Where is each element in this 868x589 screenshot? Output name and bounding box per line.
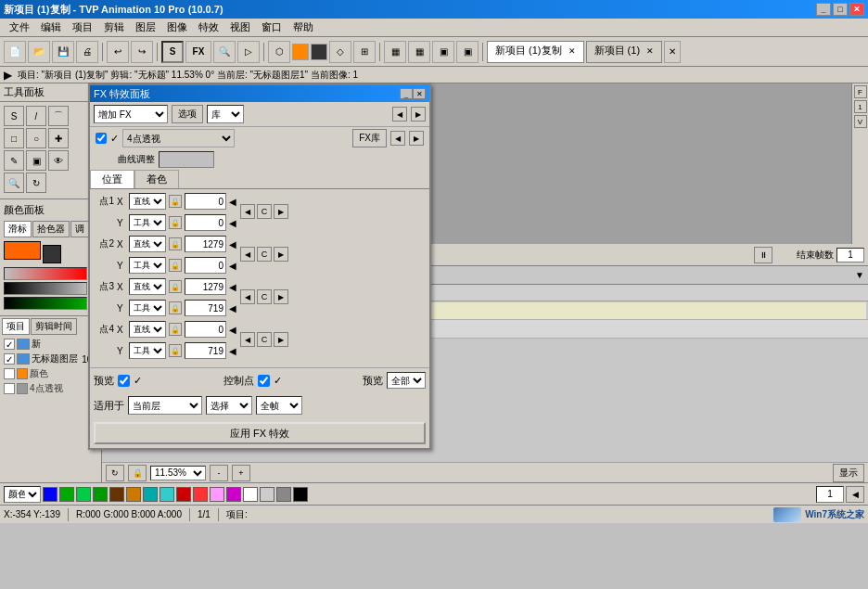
swatch-purple[interactable] — [226, 487, 241, 502]
layer-check-2[interactable]: ✓ — [4, 353, 15, 365]
color-btn2[interactable] — [311, 44, 327, 60]
p4-x-lock[interactable]: 🔒 — [169, 323, 182, 336]
p1-y-arrow[interactable]: ◀ — [229, 218, 236, 228]
tool-btn1[interactable]: S — [161, 41, 184, 63]
p2-nav-left[interactable]: ◀ — [240, 247, 255, 262]
p1-nav-right[interactable]: ▶ — [274, 204, 288, 219]
menu-clip[interactable]: 剪辑 — [98, 19, 130, 36]
display-btn[interactable]: 显示 — [833, 464, 864, 482]
fx-preview-check[interactable] — [118, 375, 130, 387]
color-gradient2[interactable] — [4, 282, 87, 295]
p2-y-lock[interactable]: 🔒 — [169, 259, 182, 272]
p1-x-arrow[interactable]: ◀ — [229, 197, 236, 207]
tab-project2[interactable]: 新项目 (1) ✕ — [586, 41, 663, 63]
p4-nav-left[interactable]: ◀ — [240, 332, 255, 347]
swatch-pink[interactable] — [210, 487, 224, 502]
fx-add-select[interactable]: 增加 FX — [94, 105, 168, 123]
color-mode-select[interactable]: 颜色 — [4, 486, 41, 503]
frame-left-arrow[interactable]: ◀ — [846, 486, 864, 503]
layer-check-1[interactable]: ✓ — [4, 339, 15, 350]
p3-x-arrow[interactable]: ◀ — [229, 282, 236, 292]
tool-eye[interactable]: 👁 — [48, 150, 69, 171]
fx-select-select[interactable]: 选择 — [206, 396, 252, 415]
fx-tab-color[interactable]: 着色 — [134, 170, 179, 188]
play-btn-tb[interactable]: ▷ — [237, 41, 260, 63]
fx-title-bar[interactable]: FX 特效面板 _ ✕ — [90, 85, 429, 102]
color-gradient[interactable] — [4, 267, 87, 280]
fx-lib-select[interactable]: 库 — [207, 105, 244, 123]
p4-x-type[interactable]: 直线 — [129, 321, 166, 338]
tool-pen[interactable]: ✎ — [4, 150, 24, 171]
menu-help[interactable]: 帮助 — [287, 19, 319, 36]
color-tab-adj[interactable]: 调 — [70, 221, 89, 237]
swatch-lightgray[interactable] — [260, 487, 274, 502]
fx-nav-right2[interactable]: ▶ — [409, 131, 424, 146]
menu-effects[interactable]: 特效 — [193, 19, 224, 36]
open-btn[interactable]: 📂 — [28, 41, 50, 63]
onion-btn[interactable]: ⬡ — [268, 41, 290, 63]
fx-frame-select[interactable]: 全帧 — [256, 396, 302, 415]
swatch-gray[interactable] — [276, 487, 291, 502]
swatch-teal[interactable] — [143, 487, 158, 502]
fx-option-btn[interactable]: 选项 — [172, 105, 203, 123]
grid-btn[interactable]: ⊞ — [353, 41, 376, 63]
p3-x-lock[interactable]: 🔒 — [169, 280, 182, 293]
menu-project[interactable]: 项目 — [67, 19, 98, 36]
p3-x-val[interactable] — [185, 278, 226, 295]
swatch-darkgreen[interactable] — [93, 487, 108, 502]
p3-x-type[interactable]: 直线 — [129, 278, 166, 295]
p4-y-arrow[interactable]: ◀ — [229, 346, 236, 356]
pause-btn[interactable]: ⏸ — [754, 247, 772, 263]
frame-end-input[interactable] — [836, 248, 864, 262]
swatch-red[interactable] — [176, 487, 191, 502]
shape-btn[interactable]: ◇ — [329, 41, 351, 63]
bg-color[interactable] — [43, 245, 61, 263]
p4-nav-right[interactable]: ▶ — [274, 332, 288, 347]
p2-y-val[interactable] — [185, 257, 226, 274]
tool-move[interactable]: ✚ — [48, 128, 69, 148]
menu-window[interactable]: 窗口 — [256, 19, 287, 36]
layer-check-4[interactable] — [4, 383, 15, 394]
proj-tab-project[interactable]: 项目 — [2, 318, 30, 335]
new-btn[interactable]: 📄 — [4, 41, 26, 63]
tool-rotate[interactable]: ↻ — [26, 173, 46, 193]
p1-y-lock[interactable]: 🔒 — [169, 216, 182, 229]
tool-s[interactable]: S — [4, 106, 24, 126]
fx-lib-btn[interactable]: FX库 — [352, 129, 387, 147]
redo-btn[interactable]: ↪ — [131, 41, 153, 63]
p4-c-btn[interactable]: C — [257, 332, 272, 347]
p3-y-type[interactable]: 工具 — [129, 300, 166, 316]
p2-x-lock[interactable]: 🔒 — [169, 237, 182, 250]
p2-x-arrow[interactable]: ◀ — [229, 239, 236, 250]
tab-close-1[interactable]: ✕ — [568, 46, 576, 56]
fx-nav-left2[interactable]: ◀ — [390, 131, 405, 146]
save-btn[interactable]: 💾 — [52, 41, 74, 63]
screen-btn[interactable]: ▣ — [456, 41, 479, 63]
zoom-lock[interactable]: 🔒 — [128, 465, 147, 481]
swatch-brown[interactable] — [109, 487, 124, 502]
tab-close-all[interactable]: ✕ — [664, 41, 681, 63]
p3-y-val[interactable] — [185, 300, 226, 316]
timeline-collapse[interactable]: ▼ — [855, 270, 864, 280]
color-gradient3[interactable] — [4, 297, 87, 310]
grid-btn2[interactable]: ▦ — [384, 41, 406, 63]
zoom-minus[interactable]: - — [210, 465, 228, 481]
menu-edit[interactable]: 编辑 — [35, 19, 67, 36]
fx-tab-position[interactable]: 位置 — [90, 170, 134, 188]
p3-c-btn[interactable]: C — [257, 289, 272, 304]
p2-x-type[interactable]: 直线 — [129, 236, 166, 252]
p3-y-lock[interactable]: 🔒 — [169, 301, 182, 314]
swatch-green[interactable] — [59, 487, 74, 502]
swatch-cyan[interactable] — [160, 487, 174, 502]
p1-x-type[interactable]: 直线 — [129, 193, 166, 210]
right-btn-f[interactable]: F — [854, 85, 867, 98]
p1-x-lock[interactable]: 🔒 — [169, 195, 182, 208]
fx-minimize-btn[interactable]: _ — [400, 88, 413, 99]
swatch-lightred[interactable] — [193, 487, 208, 502]
tool-zoom2[interactable]: 🔍 — [4, 173, 24, 193]
tab-close-2[interactable]: ✕ — [646, 46, 654, 56]
layer-check-3[interactable] — [4, 368, 15, 379]
p1-c-btn[interactable]: C — [257, 204, 272, 219]
swatch-lightgreen[interactable] — [76, 487, 91, 502]
right-btn-1[interactable]: 1 — [854, 100, 867, 113]
